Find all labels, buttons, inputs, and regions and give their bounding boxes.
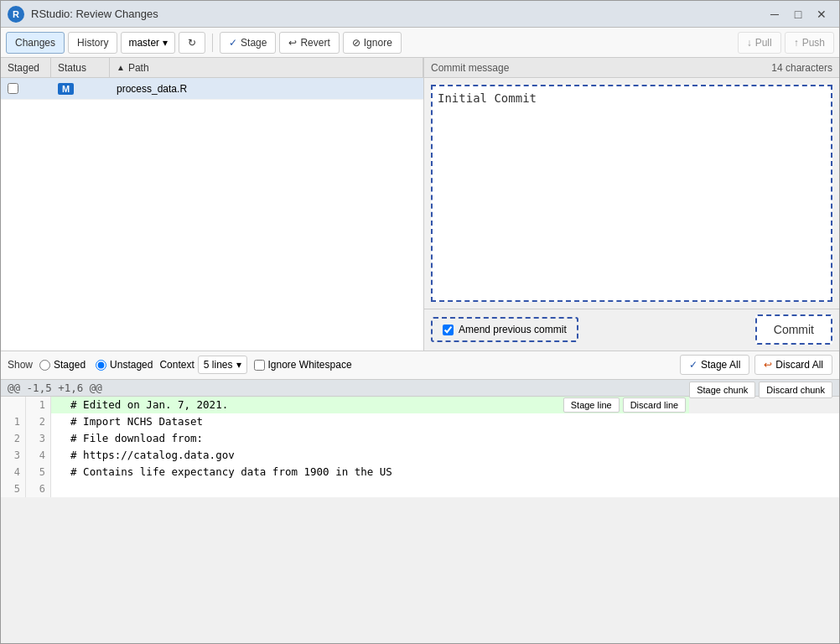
line-content: # Import NCHS Dataset	[51, 413, 839, 430]
hunk-header-text: @@ -1,5 +1,6 @@	[8, 382, 102, 394]
diff-area: Show Staged Unstaged Context 5 lines ▾	[1, 351, 839, 644]
diff-line: 3 4 # https://catalog.data.gov	[1, 447, 839, 464]
toolbar: Changes History master ▾ ↻ ✓ Stage ↩ Rev…	[1, 28, 839, 58]
hunk-actions: Stage chunk Discard chunk	[689, 382, 832, 398]
staged-checkbox[interactable]	[8, 83, 18, 94]
line-num-new: 4	[26, 447, 51, 464]
left-panel: Staged Status ▲ Path M process_data.R	[1, 58, 424, 351]
title-bar: R RStudio: Review Changes ─ □ ✕	[1, 1, 839, 28]
radio-group: Staged Unstaged	[39, 359, 153, 371]
sort-up-icon: ▲	[117, 63, 125, 72]
path-cell: process_data.R	[110, 78, 423, 99]
changes-tab-button[interactable]: Changes	[6, 32, 65, 54]
commit-message-label: Commit message	[431, 62, 509, 74]
ignore-whitespace-label: Ignore Whitespace	[268, 359, 352, 371]
discard-all-button[interactable]: ↩ Discard All	[754, 355, 832, 375]
diff-right-btns: ✓ Stage All ↩ Discard All	[680, 355, 832, 375]
line-content: # Edited on Jan. 7, 2021.	[51, 397, 560, 413]
push-icon: ↑	[794, 37, 799, 49]
window-controls: ─ □ ✕	[764, 5, 832, 23]
diff-line: 2 3 # File download from:	[1, 430, 839, 447]
minimize-button[interactable]: ─	[764, 5, 786, 23]
ignore-whitespace-group: Ignore Whitespace	[254, 359, 352, 371]
stage-button[interactable]: ✓ Stage	[220, 32, 276, 54]
line-num-old: 4	[1, 464, 26, 480]
commit-bottom: Amend previous commit Commit	[424, 309, 839, 351]
file-list: M process_data.R	[1, 78, 423, 351]
revert-button[interactable]: ↩ Revert	[279, 32, 339, 54]
diff-line: 4 5 # Contains life expectancy data from…	[1, 464, 839, 480]
commit-button[interactable]: Commit	[755, 314, 832, 345]
ignore-icon: ⊘	[352, 37, 360, 49]
diff-line: 1 2 # Import NCHS Dataset	[1, 413, 839, 430]
stage-all-button[interactable]: ✓ Stage All	[680, 355, 749, 375]
context-dropdown[interactable]: 5 lines ▾	[198, 356, 247, 374]
show-label: Show	[8, 359, 33, 371]
toolbar-right: ↓ Pull ↑ Push	[738, 32, 834, 54]
maximize-button[interactable]: □	[787, 5, 809, 23]
revert-icon: ↩	[288, 37, 297, 49]
staged-radio[interactable]	[39, 360, 50, 371]
file-list-header: Staged Status ▲ Path	[1, 58, 423, 78]
amend-checkbox[interactable]	[443, 325, 454, 335]
table-row[interactable]: M process_data.R	[1, 78, 423, 100]
window-title: RStudio: Review Changes	[31, 8, 764, 20]
app-icon: R	[8, 6, 24, 23]
discard-icon: ↩	[764, 359, 772, 371]
line-num-old: 3	[1, 447, 26, 464]
diff-line: 5 6	[1, 480, 839, 497]
pull-button[interactable]: ↓ Pull	[738, 32, 781, 54]
discard-chunk-button[interactable]: Discard chunk	[759, 382, 832, 398]
line-num-old: 1	[1, 413, 26, 430]
context-select: Context 5 lines ▾	[159, 356, 246, 374]
commit-message-input[interactable]: Initial Commit	[431, 85, 832, 302]
staged-radio-label[interactable]: Staged	[39, 359, 86, 371]
diff-content: @@ -1,5 +1,6 @@ Stage chunk Discard chun…	[1, 380, 839, 644]
check-icon: ✓	[229, 37, 237, 49]
line-num-old	[1, 397, 26, 413]
ignore-whitespace-checkbox[interactable]	[254, 360, 265, 371]
status-cell: M	[51, 78, 110, 99]
ignore-button[interactable]: ⊘ Ignore	[343, 32, 402, 54]
main-area: Staged Status ▲ Path M process_data.R	[1, 58, 839, 351]
header-status: Status	[51, 58, 110, 77]
chevron-down-icon: ▾	[163, 37, 168, 49]
context-value: 5 lines	[204, 359, 233, 371]
stage-line-button[interactable]: Stage line	[563, 397, 620, 413]
line-num-new: 5	[26, 464, 51, 480]
unstaged-radio[interactable]	[96, 360, 106, 371]
line-content: # https://catalog.data.gov	[51, 447, 839, 464]
discard-line-button[interactable]: Discard line	[623, 397, 686, 413]
diff-line: 1 # Edited on Jan. 7, 2021. Stage line D…	[1, 397, 689, 413]
header-path: ▲ Path	[110, 58, 423, 77]
line-content	[51, 480, 839, 497]
refresh-button[interactable]: ↻	[179, 32, 205, 54]
context-label: Context	[159, 359, 194, 371]
right-panel: Commit message 14 characters Initial Com…	[424, 58, 839, 351]
staged-cell	[1, 78, 51, 99]
char-count: 14 characters	[771, 62, 832, 74]
commit-area: Commit message 14 characters Initial Com…	[424, 58, 839, 351]
history-tab-button[interactable]: History	[68, 32, 117, 54]
stage-chunk-button[interactable]: Stage chunk	[689, 382, 755, 398]
separator	[212, 34, 213, 52]
main-window: R RStudio: Review Changes ─ □ ✕ Changes …	[0, 0, 840, 644]
unstaged-radio-label[interactable]: Unstaged	[96, 359, 153, 371]
chevron-down-icon: ▾	[236, 359, 241, 371]
push-button[interactable]: ↑ Push	[785, 32, 834, 54]
pull-icon: ↓	[747, 37, 752, 49]
status-badge: M	[58, 83, 74, 95]
line-num-new: 3	[26, 430, 51, 447]
diff-hunk-header: @@ -1,5 +1,6 @@ Stage chunk Discard chun…	[1, 380, 839, 397]
diff-toolbar: Show Staged Unstaged Context 5 lines ▾	[1, 351, 839, 380]
branch-selector[interactable]: master ▾	[121, 32, 175, 54]
unstaged-radio-text: Unstaged	[110, 359, 153, 371]
amend-label[interactable]: Amend previous commit	[431, 317, 578, 342]
branch-name: master	[128, 37, 159, 49]
line-num-new: 1	[26, 397, 51, 413]
line-num-new: 2	[26, 413, 51, 430]
staged-radio-text: Staged	[54, 359, 86, 371]
line-num-old: 2	[1, 430, 26, 447]
line-num-new: 6	[26, 480, 51, 497]
close-button[interactable]: ✕	[811, 5, 832, 23]
